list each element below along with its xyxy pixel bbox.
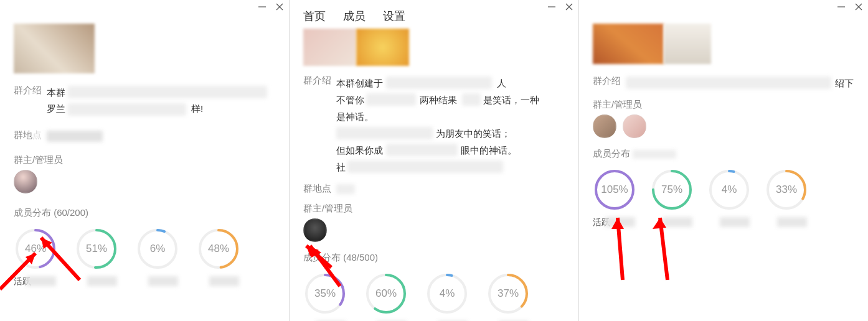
- admins-label: 群主/管理员: [593, 99, 849, 111]
- stat-ring: 4%: [425, 272, 469, 321]
- group-location-text: [336, 183, 565, 195]
- minimize-button[interactable]: [837, 2, 846, 11]
- progress-ring: 105%: [593, 169, 636, 211]
- avatar[interactable]: [303, 218, 327, 242]
- stat-ring: 105%活跃: [593, 169, 636, 228]
- group-info-panel-2: 首页 成员 设置 群介绍 本群创建于 人 不管你 两种结果 是笑话，一种 是神话…: [290, 0, 579, 321]
- tab-settings[interactable]: 设置: [383, 9, 405, 24]
- stat-ring: 37%: [486, 272, 530, 321]
- group-banner: [14, 24, 95, 73]
- tab-home[interactable]: 首页: [303, 9, 326, 24]
- progress-ring: 33%: [765, 169, 808, 211]
- stat-percent: 105%: [593, 169, 636, 211]
- distribution-label: 成员分布 (48/500): [303, 252, 565, 264]
- stat-rings: 35%活60%4%37%: [303, 272, 565, 321]
- stat-percent: 6%: [136, 228, 179, 270]
- group-intro-row: 群介绍 绍下: [593, 75, 854, 90]
- stat-ring: 60%: [364, 272, 408, 321]
- location-label: 群地点: [14, 129, 42, 141]
- group-location-row: 群地点: [14, 129, 275, 143]
- progress-ring: 35%: [304, 272, 346, 315]
- admins-label: 群主/管理员: [303, 203, 560, 215]
- group-intro-row: 群介绍 本群 罗兰 样!: [14, 85, 275, 118]
- window-controls: [837, 2, 863, 11]
- admins-list: [303, 218, 565, 242]
- minimize-button[interactable]: [258, 2, 267, 11]
- stat-ring: 46%活跃: [14, 228, 57, 287]
- intro-label: 群介绍: [303, 75, 331, 86]
- distribution-count-blurred: [633, 150, 676, 159]
- group-intro-text: 本群创建于 人 不管你 两种结果 是笑话，一种 是神话。 为朋友中的笑话； 但如…: [336, 75, 565, 174]
- admins-list: [14, 170, 275, 193]
- stat-rings: 46%活跃51%6%48%: [14, 228, 275, 287]
- avatar[interactable]: [14, 170, 37, 193]
- panel-tabs: 首页 成员 设置: [303, 9, 565, 24]
- progress-ring: 4%: [426, 272, 468, 315]
- admins-label: 群主/管理员: [14, 154, 270, 166]
- group-info-panel-1: 群介绍 本群 罗兰 样! 群地点 群主/管理员 成员分布 (60: [0, 0, 290, 321]
- stat-percent: 33%: [765, 169, 808, 211]
- stat-caption: 活跃: [593, 217, 636, 228]
- group-banner: [593, 24, 711, 64]
- distribution-label: 成员分布 (60/200): [14, 207, 275, 219]
- stat-percent: 4%: [426, 272, 468, 315]
- close-button[interactable]: [565, 2, 573, 11]
- close-button[interactable]: [275, 2, 284, 11]
- progress-ring: 48%: [197, 228, 240, 270]
- stat-ring: 6%: [136, 228, 179, 287]
- stat-ring: 48%: [197, 228, 240, 287]
- stat-caption: [197, 276, 240, 287]
- stat-ring: 51%: [75, 228, 118, 287]
- group-intro-text: 绍下: [626, 75, 854, 90]
- stat-ring: 35%活: [303, 272, 347, 321]
- group-banner: [303, 29, 409, 66]
- intro-label: 群介绍: [14, 85, 42, 96]
- avatar[interactable]: [593, 114, 616, 138]
- stat-ring: 75%: [650, 169, 694, 228]
- stat-rings: 105%活跃75%4%33%: [593, 169, 854, 228]
- stat-percent: 46%: [14, 228, 57, 270]
- stat-percent: 60%: [365, 272, 407, 315]
- group-location-row: 群地点: [303, 183, 565, 195]
- group-intro-text: 本群 罗兰 样!: [47, 85, 275, 118]
- stat-caption: [707, 217, 751, 228]
- group-info-panel-3: 群介绍 绍下 群主/管理员 成员分布 105%活跃75%4%33%: [579, 0, 868, 321]
- stat-caption: [136, 276, 179, 287]
- window-controls: [547, 2, 573, 11]
- minimize-button[interactable]: [547, 2, 556, 11]
- progress-ring: 60%: [365, 272, 407, 315]
- stat-ring: 4%: [707, 169, 751, 228]
- stat-ring: 33%: [765, 169, 808, 228]
- location-label: 群地点: [303, 183, 331, 195]
- progress-ring: 6%: [136, 228, 179, 270]
- stat-percent: 48%: [197, 228, 240, 270]
- progress-ring: 46%: [14, 228, 57, 270]
- tab-members[interactable]: 成员: [343, 9, 366, 24]
- stat-caption: 活跃: [14, 276, 57, 287]
- intro-label: 群介绍: [593, 75, 621, 87]
- stat-percent: 37%: [487, 272, 529, 315]
- progress-ring: 75%: [651, 169, 693, 211]
- distribution-count: (48/500): [343, 252, 378, 263]
- stat-percent: 35%: [304, 272, 346, 315]
- group-location-text: [47, 129, 275, 143]
- group-intro-row: 群介绍 本群创建于 人 不管你 两种结果 是笑话，一种 是神话。 为朋友中的笑话…: [303, 75, 565, 174]
- stat-caption: [765, 217, 808, 228]
- window-controls: [258, 2, 284, 11]
- progress-ring: 4%: [708, 169, 750, 211]
- stat-caption: [75, 276, 118, 287]
- progress-ring: 37%: [487, 272, 529, 315]
- stat-percent: 51%: [75, 228, 118, 270]
- stat-caption: [650, 217, 694, 228]
- stat-percent: 4%: [708, 169, 750, 211]
- distribution-count: (60/200): [54, 207, 88, 218]
- admins-list: [593, 114, 854, 138]
- avatar[interactable]: [623, 114, 646, 138]
- close-button[interactable]: [854, 2, 863, 11]
- stat-percent: 75%: [651, 169, 693, 211]
- distribution-label: 成员分布: [593, 148, 854, 160]
- progress-ring: 51%: [75, 228, 118, 270]
